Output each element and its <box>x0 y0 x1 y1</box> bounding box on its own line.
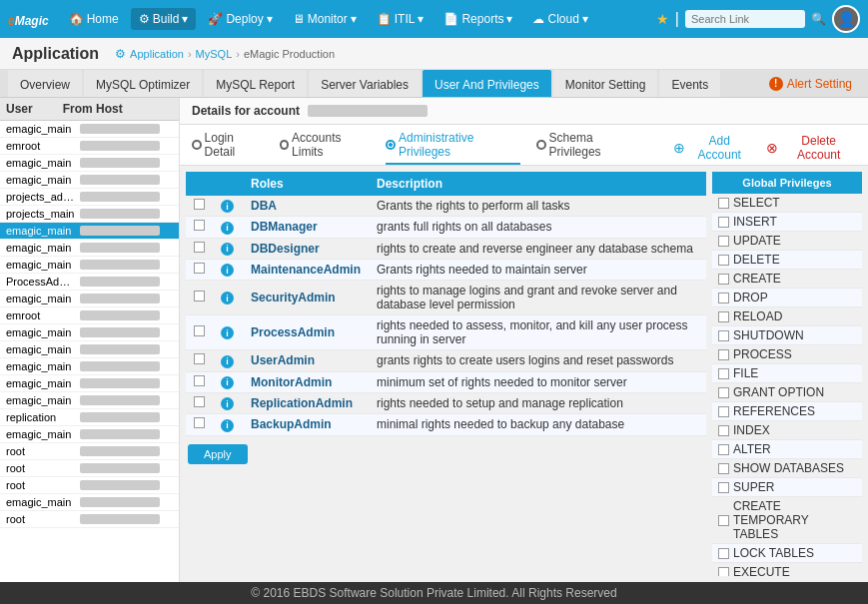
info-icon[interactable]: i <box>221 397 234 410</box>
role-checkbox-cell[interactable] <box>186 196 213 217</box>
table-row[interactable]: i DBManager grants full rights on all da… <box>186 217 706 238</box>
role-checkbox-cell[interactable] <box>186 238 213 259</box>
nav-itil[interactable]: 📋 ITIL ▾ <box>369 8 433 30</box>
role-checkbox-cell[interactable] <box>186 259 213 280</box>
info-icon[interactable]: i <box>221 243 234 256</box>
tab-accounts-limits[interactable]: Accounts Limits <box>280 131 371 165</box>
search-icon[interactable]: 🔍 <box>811 12 826 26</box>
role-checkbox-cell[interactable] <box>186 350 213 371</box>
user-list-item[interactable]: emagic_main ●●●●●●●● <box>0 358 179 375</box>
user-list-item[interactable]: emagic_main ●●●●●●●● <box>0 257 179 274</box>
gp-item[interactable]: GRANT OPTION <box>712 383 862 402</box>
info-icon[interactable]: i <box>221 376 234 389</box>
user-list-item[interactable]: emroot ●●●●●●●● <box>0 138 179 155</box>
gp-checkbox[interactable] <box>718 548 729 559</box>
nav-build[interactable]: ⚙ Build ▾ <box>131 8 197 30</box>
tab-overview[interactable]: Overview <box>8 70 82 97</box>
table-row[interactable]: i ReplicationAdmin rights needed to setu… <box>186 392 706 413</box>
nav-monitor[interactable]: 🖥 Monitor ▾ <box>285 8 365 30</box>
tab-mysql-report[interactable]: MySQL Report <box>204 70 307 97</box>
info-icon[interactable]: i <box>221 326 234 339</box>
user-list-item[interactable]: ProcessAdmin ●●●●●●●● <box>0 274 179 291</box>
user-list-item[interactable]: emagic_main ●●●●●●●● <box>0 172 179 189</box>
gp-checkbox[interactable] <box>718 515 729 526</box>
gp-item[interactable]: EXECUTE <box>712 563 862 576</box>
nav-cloud[interactable]: ☁ Cloud ▾ <box>524 8 595 30</box>
tab-admin-privileges[interactable]: Administrative Privileges <box>386 131 520 165</box>
user-list-item[interactable]: emagic_main ●●●●●●●● <box>0 240 179 257</box>
gp-checkbox[interactable] <box>718 349 729 360</box>
role-checkbox[interactable] <box>194 242 205 253</box>
role-checkbox[interactable] <box>194 396 205 407</box>
info-icon[interactable]: i <box>221 355 234 368</box>
user-list-item[interactable]: root ●●●●●●●● <box>0 460 179 477</box>
gp-item[interactable]: SELECT <box>712 194 862 213</box>
gp-checkbox[interactable] <box>718 236 729 247</box>
gp-item[interactable]: SHUTDOWN <box>712 326 862 345</box>
role-checkbox[interactable] <box>194 353 205 364</box>
gp-item[interactable]: CREATE <box>712 270 862 289</box>
info-icon[interactable]: i <box>221 419 234 432</box>
user-list-item[interactable]: emagic_main ●●●●●●●● <box>0 375 179 392</box>
gp-checkbox[interactable] <box>718 198 729 209</box>
tab-monitor-setting[interactable]: Monitor Setting <box>553 70 658 97</box>
add-account-button[interactable]: ⊕ Add Account <box>673 131 750 165</box>
gp-checkbox[interactable] <box>718 330 729 341</box>
gp-checkbox[interactable] <box>718 368 729 379</box>
user-list-item[interactable]: root ●●●●●●●● <box>0 477 179 494</box>
gp-item[interactable]: FILE <box>712 364 862 383</box>
alert-setting-button[interactable]: ! Alert Setting <box>761 70 860 97</box>
tab-login-detail[interactable]: Login Detail <box>192 131 264 165</box>
role-checkbox[interactable] <box>194 325 205 336</box>
apply-button[interactable]: Apply <box>188 444 248 464</box>
user-list-item[interactable]: root ●●●●●●●● <box>0 443 179 460</box>
gp-checkbox[interactable] <box>718 274 729 285</box>
role-checkbox-cell[interactable] <box>186 371 213 392</box>
gp-item[interactable]: INSERT <box>712 213 862 232</box>
gp-checkbox[interactable] <box>718 387 729 398</box>
gp-item[interactable]: UPDATE <box>712 232 862 251</box>
user-list-item[interactable]: emagic_main ●●●●●●●● <box>0 155 179 172</box>
gp-checkbox[interactable] <box>718 482 729 493</box>
nav-deploy[interactable]: 🚀 Deploy ▾ <box>200 8 280 30</box>
user-list-item[interactable]: root ●●●●●●●● <box>0 511 179 528</box>
table-row[interactable]: i DBDesigner rights to create and revers… <box>186 238 706 259</box>
app-logo[interactable]: eMagic <box>8 9 49 30</box>
role-checkbox-cell[interactable] <box>186 414 213 435</box>
info-icon[interactable]: i <box>221 200 234 213</box>
role-checkbox[interactable] <box>194 263 205 274</box>
delete-account-button[interactable]: ⊗ Delete Account <box>766 131 856 165</box>
role-checkbox[interactable] <box>194 199 205 210</box>
gp-checkbox[interactable] <box>718 217 729 228</box>
gp-checkbox[interactable] <box>718 463 729 474</box>
gp-checkbox[interactable] <box>718 406 729 417</box>
gp-item[interactable]: PROCESS <box>712 345 862 364</box>
user-list-item[interactable]: replication ●●●●●●●● <box>0 409 179 426</box>
user-avatar[interactable]: 👤 <box>832 5 860 33</box>
user-list-item[interactable]: emagic_main ●●●●●●●● <box>0 291 179 307</box>
role-checkbox[interactable] <box>194 417 205 428</box>
gp-checkbox[interactable] <box>718 311 729 322</box>
table-row[interactable]: i SecurityAdmin rights to manage logins … <box>186 281 706 315</box>
gp-item[interactable]: INDEX <box>712 421 862 440</box>
user-list-item[interactable]: emagic_main ●●●●●●●● <box>0 324 179 341</box>
info-icon[interactable]: i <box>221 222 234 235</box>
gp-item[interactable]: DROP <box>712 289 862 307</box>
info-icon[interactable]: i <box>221 264 234 277</box>
table-row[interactable]: i MonitorAdmin minimum set of rights nee… <box>186 371 706 392</box>
nav-home[interactable]: 🏠 Home <box>61 8 127 30</box>
gp-checkbox[interactable] <box>718 255 729 266</box>
user-list-item[interactable]: emagic_main ●●●●●●●● <box>0 494 179 511</box>
role-checkbox-cell[interactable] <box>186 281 213 315</box>
table-row[interactable]: i ProcessAdmin rights needed to assess, … <box>186 315 706 350</box>
tab-events[interactable]: Events <box>659 70 720 97</box>
user-list-item[interactable]: emagic_main ●●●●●●●● <box>0 392 179 409</box>
gp-checkbox[interactable] <box>718 567 729 577</box>
tab-user-privileges[interactable]: User And Privileges <box>423 70 551 97</box>
user-list-item[interactable]: emroot ●●●●●●●● <box>0 307 179 324</box>
role-checkbox-cell[interactable] <box>186 392 213 413</box>
user-list-item[interactable]: emagic_main ●●●●●●●● <box>0 426 179 443</box>
gp-item[interactable]: LOCK TABLES <box>712 544 862 563</box>
gp-item[interactable]: CREATE TEMPORARY TABLES <box>712 497 862 544</box>
table-row[interactable]: i MaintenanceAdmin Grants rights needed … <box>186 259 706 280</box>
